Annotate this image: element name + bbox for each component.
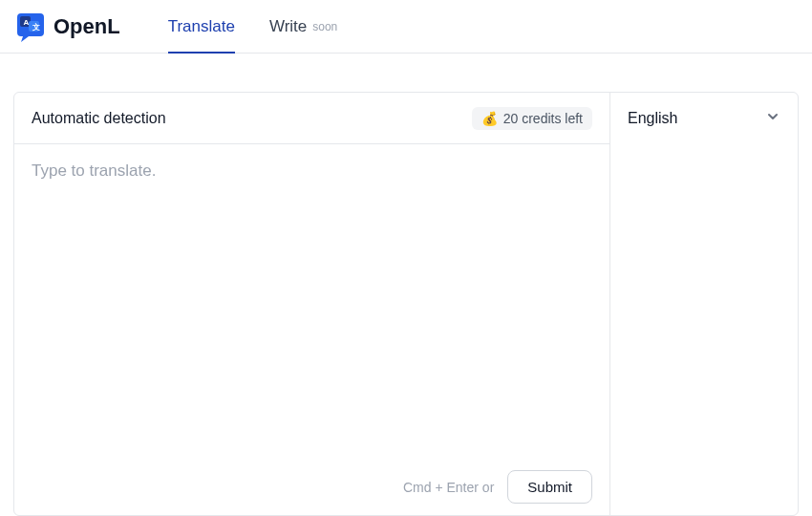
source-panel: Automatic detection 💰 20 credits left Cm… bbox=[14, 93, 610, 515]
submit-row: Cmd + Enter or Submit bbox=[14, 459, 609, 515]
main: Automatic detection 💰 20 credits left Cm… bbox=[0, 54, 812, 516]
credits-text: 20 credits left bbox=[503, 111, 583, 126]
credits-badge[interactable]: 💰 20 credits left bbox=[472, 107, 592, 130]
keyboard-hint: Cmd + Enter or bbox=[403, 480, 494, 495]
tab-write-badge: soon bbox=[312, 20, 337, 33]
target-panel: English bbox=[610, 93, 798, 515]
target-lang-select[interactable]: English bbox=[610, 93, 798, 144]
nav: Translate Write soon bbox=[168, 0, 338, 53]
chevron-down-icon bbox=[765, 109, 780, 128]
input-area: Cmd + Enter or Submit bbox=[14, 144, 609, 515]
tab-translate-label: Translate bbox=[168, 17, 235, 36]
logo-icon: A 文 bbox=[15, 11, 46, 42]
logo[interactable]: A 文 OpenL bbox=[15, 11, 120, 42]
tab-write-label: Write bbox=[269, 17, 307, 36]
tab-translate[interactable]: Translate bbox=[168, 0, 235, 53]
svg-text:文: 文 bbox=[32, 22, 40, 31]
money-bag-icon: 💰 bbox=[481, 111, 498, 126]
svg-text:A: A bbox=[24, 17, 30, 26]
source-header: Automatic detection 💰 20 credits left bbox=[14, 93, 609, 144]
brand-text: OpenL bbox=[53, 14, 120, 39]
tab-write[interactable]: Write soon bbox=[269, 0, 337, 53]
source-lang-label[interactable]: Automatic detection bbox=[32, 110, 166, 127]
submit-button[interactable]: Submit bbox=[507, 470, 592, 504]
header: A 文 OpenL Translate Write soon bbox=[0, 0, 812, 54]
translate-input[interactable] bbox=[14, 144, 609, 459]
target-lang-label: English bbox=[628, 110, 677, 127]
translate-card: Automatic detection 💰 20 credits left Cm… bbox=[13, 92, 799, 516]
